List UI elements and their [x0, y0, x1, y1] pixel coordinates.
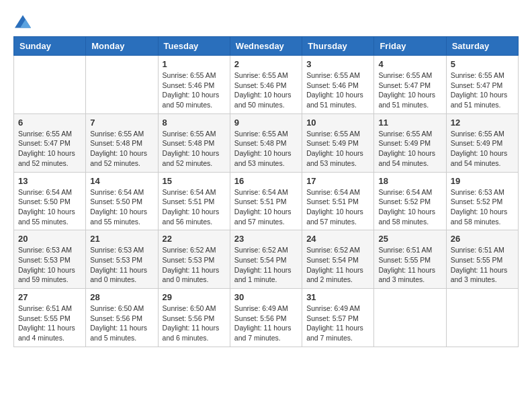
day-info: Sunrise: 6:52 AM Sunset: 5:53 PM Dayligh…: [163, 245, 226, 285]
day-info: Sunrise: 6:51 AM Sunset: 5:55 PM Dayligh…: [378, 245, 441, 285]
day-number: 3: [306, 59, 369, 69]
calendar-cell: [14, 56, 86, 114]
day-number: 31: [306, 292, 369, 302]
day-number: 14: [90, 176, 153, 186]
day-number: 22: [163, 234, 226, 244]
day-number: 8: [163, 118, 226, 128]
day-info: Sunrise: 6:55 AM Sunset: 5:48 PM Dayligh…: [163, 129, 226, 169]
day-info: Sunrise: 6:55 AM Sunset: 5:49 PM Dayligh…: [378, 129, 441, 169]
day-info: Sunrise: 6:51 AM Sunset: 5:55 PM Dayligh…: [451, 245, 514, 285]
day-info: Sunrise: 6:53 AM Sunset: 5:53 PM Dayligh…: [90, 245, 153, 285]
weekday-header-row: SundayMondayTuesdayWednesdayThursdayFrid…: [14, 37, 519, 56]
calendar-cell: 11Sunrise: 6:55 AM Sunset: 5:49 PM Dayli…: [374, 113, 446, 172]
day-info: Sunrise: 6:49 AM Sunset: 5:57 PM Dayligh…: [306, 304, 369, 343]
day-info: Sunrise: 6:51 AM Sunset: 5:55 PM Dayligh…: [18, 304, 81, 343]
day-number: 9: [234, 118, 298, 128]
weekday-header-tuesday: Tuesday: [158, 37, 230, 56]
day-info: Sunrise: 6:53 AM Sunset: 5:52 PM Dayligh…: [451, 187, 514, 227]
calendar-cell: [374, 289, 446, 347]
day-number: 25: [378, 234, 441, 244]
day-number: 15: [163, 176, 226, 186]
calendar-cell: 16Sunrise: 6:54 AM Sunset: 5:51 PM Dayli…: [230, 172, 302, 230]
calendar-cell: 7Sunrise: 6:55 AM Sunset: 5:48 PM Daylig…: [86, 113, 158, 172]
calendar-cell: 9Sunrise: 6:55 AM Sunset: 5:48 PM Daylig…: [230, 113, 302, 172]
calendar-cell: 21Sunrise: 6:53 AM Sunset: 5:53 PM Dayli…: [86, 230, 158, 289]
day-info: Sunrise: 6:54 AM Sunset: 5:51 PM Dayligh…: [163, 187, 226, 227]
week-row-4: 20Sunrise: 6:53 AM Sunset: 5:53 PM Dayli…: [14, 230, 519, 289]
day-info: Sunrise: 6:55 AM Sunset: 5:46 PM Dayligh…: [306, 71, 369, 110]
calendar-cell: 23Sunrise: 6:52 AM Sunset: 5:54 PM Dayli…: [230, 230, 302, 289]
calendar-cell: 6Sunrise: 6:55 AM Sunset: 5:47 PM Daylig…: [14, 113, 86, 172]
day-info: Sunrise: 6:55 AM Sunset: 5:46 PM Dayligh…: [234, 71, 298, 110]
day-number: 27: [18, 292, 81, 302]
day-info: Sunrise: 6:55 AM Sunset: 5:49 PM Dayligh…: [306, 129, 369, 169]
day-number: 12: [451, 118, 514, 128]
day-number: 19: [451, 176, 514, 186]
week-row-3: 13Sunrise: 6:54 AM Sunset: 5:50 PM Dayli…: [14, 172, 519, 230]
calendar-cell: 26Sunrise: 6:51 AM Sunset: 5:55 PM Dayli…: [446, 230, 518, 289]
day-number: 4: [378, 59, 441, 69]
day-number: 11: [378, 118, 441, 128]
page-header: [13, 13, 519, 30]
calendar-cell: [86, 56, 158, 114]
week-row-1: 1Sunrise: 6:55 AM Sunset: 5:46 PM Daylig…: [14, 56, 519, 114]
weekday-header-wednesday: Wednesday: [230, 37, 302, 56]
day-number: 1: [163, 59, 226, 69]
day-number: 10: [306, 118, 369, 128]
day-info: Sunrise: 6:54 AM Sunset: 5:51 PM Dayligh…: [306, 187, 369, 227]
day-info: Sunrise: 6:55 AM Sunset: 5:48 PM Dayligh…: [90, 129, 153, 169]
logo-icon: [15, 13, 31, 30]
day-info: Sunrise: 6:55 AM Sunset: 5:48 PM Dayligh…: [234, 129, 298, 169]
day-info: Sunrise: 6:55 AM Sunset: 5:49 PM Dayligh…: [451, 129, 514, 169]
calendar-cell: 31Sunrise: 6:49 AM Sunset: 5:57 PM Dayli…: [302, 289, 374, 347]
day-info: Sunrise: 6:53 AM Sunset: 5:53 PM Dayligh…: [18, 245, 81, 285]
calendar-cell: 14Sunrise: 6:54 AM Sunset: 5:50 PM Dayli…: [86, 172, 158, 230]
calendar-cell: 20Sunrise: 6:53 AM Sunset: 5:53 PM Dayli…: [14, 230, 86, 289]
day-number: 26: [451, 234, 514, 244]
calendar-cell: 25Sunrise: 6:51 AM Sunset: 5:55 PM Dayli…: [374, 230, 446, 289]
day-info: Sunrise: 6:50 AM Sunset: 5:56 PM Dayligh…: [163, 304, 226, 343]
calendar-cell: 17Sunrise: 6:54 AM Sunset: 5:51 PM Dayli…: [302, 172, 374, 230]
day-number: 7: [90, 118, 153, 128]
calendar-cell: 28Sunrise: 6:50 AM Sunset: 5:56 PM Dayli…: [86, 289, 158, 347]
calendar-cell: 18Sunrise: 6:54 AM Sunset: 5:52 PM Dayli…: [374, 172, 446, 230]
day-info: Sunrise: 6:52 AM Sunset: 5:54 PM Dayligh…: [234, 245, 298, 285]
day-number: 6: [18, 118, 81, 128]
day-info: Sunrise: 6:54 AM Sunset: 5:50 PM Dayligh…: [18, 187, 81, 227]
calendar-cell: 22Sunrise: 6:52 AM Sunset: 5:53 PM Dayli…: [158, 230, 230, 289]
calendar-cell: 4Sunrise: 6:55 AM Sunset: 5:47 PM Daylig…: [374, 56, 446, 114]
week-row-2: 6Sunrise: 6:55 AM Sunset: 5:47 PM Daylig…: [14, 113, 519, 172]
day-info: Sunrise: 6:55 AM Sunset: 5:47 PM Dayligh…: [451, 71, 514, 110]
day-number: 29: [163, 292, 226, 302]
calendar-cell: 13Sunrise: 6:54 AM Sunset: 5:50 PM Dayli…: [14, 172, 86, 230]
day-number: 5: [451, 59, 514, 69]
logo-text: [13, 13, 31, 30]
logo: [13, 13, 31, 30]
day-number: 23: [234, 234, 298, 244]
day-number: 30: [234, 292, 298, 302]
day-info: Sunrise: 6:54 AM Sunset: 5:51 PM Dayligh…: [234, 187, 298, 227]
calendar-cell: 24Sunrise: 6:52 AM Sunset: 5:54 PM Dayli…: [302, 230, 374, 289]
calendar-cell: 30Sunrise: 6:49 AM Sunset: 5:56 PM Dayli…: [230, 289, 302, 347]
calendar-cell: 15Sunrise: 6:54 AM Sunset: 5:51 PM Dayli…: [158, 172, 230, 230]
day-number: 21: [90, 234, 153, 244]
day-info: Sunrise: 6:52 AM Sunset: 5:54 PM Dayligh…: [306, 245, 369, 285]
weekday-header-monday: Monday: [86, 37, 158, 56]
day-number: 20: [18, 234, 81, 244]
calendar-cell: 1Sunrise: 6:55 AM Sunset: 5:46 PM Daylig…: [158, 56, 230, 114]
weekday-header-friday: Friday: [374, 37, 446, 56]
day-info: Sunrise: 6:55 AM Sunset: 5:47 PM Dayligh…: [378, 71, 441, 110]
calendar-cell: 29Sunrise: 6:50 AM Sunset: 5:56 PM Dayli…: [158, 289, 230, 347]
day-number: 13: [18, 176, 81, 186]
calendar-cell: 5Sunrise: 6:55 AM Sunset: 5:47 PM Daylig…: [446, 56, 518, 114]
day-info: Sunrise: 6:54 AM Sunset: 5:50 PM Dayligh…: [90, 187, 153, 227]
day-info: Sunrise: 6:54 AM Sunset: 5:52 PM Dayligh…: [378, 187, 441, 227]
calendar-cell: [446, 289, 518, 347]
day-info: Sunrise: 6:55 AM Sunset: 5:46 PM Dayligh…: [163, 71, 226, 110]
calendar-cell: 2Sunrise: 6:55 AM Sunset: 5:46 PM Daylig…: [230, 56, 302, 114]
weekday-header-sunday: Sunday: [14, 37, 86, 56]
calendar-cell: 10Sunrise: 6:55 AM Sunset: 5:49 PM Dayli…: [302, 113, 374, 172]
calendar-cell: 12Sunrise: 6:55 AM Sunset: 5:49 PM Dayli…: [446, 113, 518, 172]
day-number: 24: [306, 234, 369, 244]
day-info: Sunrise: 6:55 AM Sunset: 5:47 PM Dayligh…: [18, 129, 81, 169]
